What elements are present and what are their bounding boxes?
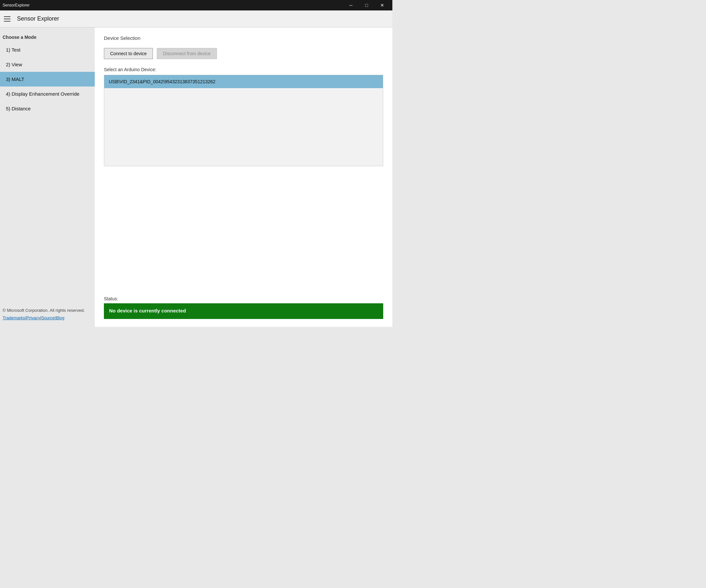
- sidebar-nav: Choose a Mode 1) Test 2) View 3) MALT 4)…: [0, 28, 95, 116]
- disconnect-button[interactable]: Disconnect from device: [157, 48, 217, 59]
- hamburger-menu[interactable]: [4, 14, 13, 24]
- connect-button[interactable]: Connect to device: [104, 48, 153, 59]
- device-selection-title: Device Selection: [104, 35, 383, 41]
- hamburger-line-1: [4, 16, 10, 17]
- button-row: Connect to device Disconnect from device: [104, 48, 383, 59]
- app-title: Sensor Explorer: [17, 15, 59, 22]
- device-list-empty-space: [104, 88, 383, 160]
- source-link[interactable]: Source: [41, 316, 54, 320]
- title-bar-controls: ─ □ ✕: [343, 0, 390, 10]
- sidebar: Choose a Mode 1) Test 2) View 3) MALT 4)…: [0, 28, 95, 327]
- sidebar-item-display[interactable]: 4) Display Enhancement Override: [0, 86, 95, 101]
- content-area: Device Selection Connect to device Disco…: [95, 28, 392, 327]
- sidebar-item-malt[interactable]: 3) MALT: [0, 72, 95, 86]
- footer-links: Trademarks|Privacy|Source|Blog: [0, 314, 95, 322]
- app-name-title: SensorExplorer: [3, 3, 30, 7]
- status-bar: No device is currently connected: [104, 303, 383, 319]
- copyright-text: © Microsoft Corporation. All rights rese…: [0, 304, 95, 314]
- privacy-link[interactable]: Privacy: [26, 316, 40, 320]
- hamburger-line-3: [4, 21, 10, 22]
- sidebar-item-test[interactable]: 1) Test: [0, 42, 95, 57]
- blog-link[interactable]: Blog: [56, 316, 64, 320]
- title-bar-left: SensorExplorer: [3, 3, 30, 7]
- close-button[interactable]: ✕: [375, 0, 390, 10]
- app-header: Sensor Explorer: [0, 10, 392, 28]
- title-bar: SensorExplorer ─ □ ✕: [0, 0, 392, 10]
- device-list: USB\VID_2341&PID_0042\954323138373512132…: [104, 75, 383, 166]
- sidebar-item-distance[interactable]: 5) Distance: [0, 101, 95, 116]
- sidebar-footer-section: © Microsoft Corporation. All rights rese…: [0, 304, 95, 322]
- trademarks-link[interactable]: Trademarks: [3, 316, 25, 320]
- sidebar-item-view[interactable]: 2) View: [0, 57, 95, 72]
- device-list-item[interactable]: USB\VID_2341&PID_0042\954323138373512132…: [104, 75, 383, 88]
- hamburger-line-2: [4, 18, 10, 19]
- status-section: Status: No device is currently connected: [104, 290, 383, 319]
- select-device-label: Select an Arduino Device:: [104, 67, 383, 72]
- main-layout: Choose a Mode 1) Test 2) View 3) MALT 4)…: [0, 28, 392, 327]
- minimize-button[interactable]: ─: [343, 0, 358, 10]
- sidebar-mode-label: Choose a Mode: [0, 31, 95, 42]
- status-label: Status:: [104, 296, 383, 301]
- maximize-button[interactable]: □: [359, 0, 374, 10]
